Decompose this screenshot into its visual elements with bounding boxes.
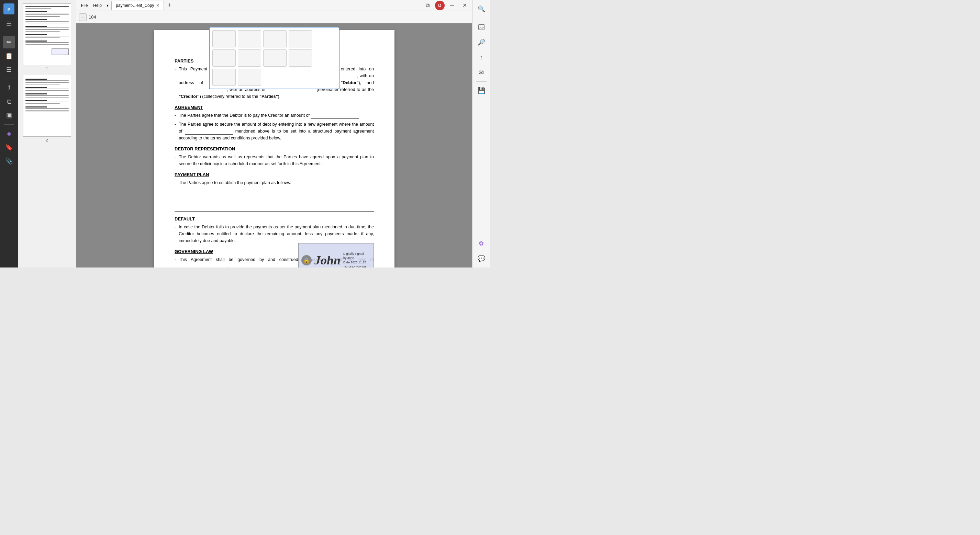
add-tab-button[interactable]: + xyxy=(165,2,173,10)
sig-time: 16:23:45 +08:00 xyxy=(343,265,371,268)
tab-close-button[interactable]: ✕ xyxy=(156,3,159,8)
payment-line-1 xyxy=(175,189,374,195)
top-bar: File Help ▾ payment-...ent_Copy ✕ + ⧉ D … xyxy=(76,0,472,11)
help-menu[interactable]: Help xyxy=(91,3,104,8)
stamp-cell-5[interactable] xyxy=(212,49,236,67)
share-icon[interactable]: ↑ xyxy=(475,51,488,64)
stamp-cell-9[interactable] xyxy=(212,69,236,86)
menu-icon[interactable]: ☰ xyxy=(3,18,15,30)
copy-icon[interactable]: ⧉ xyxy=(3,95,15,108)
agreement-bullet-1: - The Parties agree that the Debtor is t… xyxy=(175,112,374,119)
divider-1 xyxy=(4,33,14,33)
doc-view[interactable]: PAYMENT AGREEMENT PARTIES - This Payment… xyxy=(76,23,472,268)
email-icon[interactable]: ✉ xyxy=(475,66,488,79)
svg-text:P: P xyxy=(8,7,11,12)
search-icon[interactable]: 🔍 xyxy=(475,3,488,15)
payment-amount-blank xyxy=(311,114,359,119)
file-menu[interactable]: File xyxy=(79,3,90,8)
attach-icon[interactable]: 📎 xyxy=(3,155,15,167)
divider-2 xyxy=(4,79,14,79)
save-icon[interactable]: 💾 xyxy=(475,84,488,97)
flower-icon[interactable]: ✿ xyxy=(475,237,488,250)
zoom-control: − 104 xyxy=(79,13,96,21)
right-divider-1 xyxy=(476,18,487,18)
agreement-bullet-2: - The Parties agree to secure the amount… xyxy=(175,121,374,141)
left-sidebar: P ☰ ✏ 📋 ☰ ⤴ ⧉ ▣ ◈ 🔖 📎 xyxy=(0,0,18,268)
stamp-cell-8[interactable] xyxy=(289,49,312,67)
chat-icon[interactable]: 💬 xyxy=(475,252,488,265)
section-heading-payment-plan: PAYMENT PLAN xyxy=(175,172,374,177)
sig-label: Digitally signed by:John xyxy=(343,252,371,260)
thumbnail-panel: 1 2 xyxy=(18,0,76,268)
pages-icon[interactable]: ☰ xyxy=(3,64,15,76)
app-logo: P xyxy=(3,3,15,15)
stamp-cell-2[interactable] xyxy=(238,30,261,48)
thumbnail-img-2 xyxy=(23,75,71,137)
stamp-cell-10[interactable] xyxy=(238,69,261,86)
payment-plan-bullet: - The Parties agree to establish the pay… xyxy=(175,179,374,186)
page-num-2: 2 xyxy=(46,138,48,142)
thumbnail-page-1[interactable]: 1 xyxy=(22,3,73,71)
toolbar-row: − 104 xyxy=(76,11,472,23)
stamp-cell-4[interactable] xyxy=(289,30,312,48)
minimize-icon[interactable]: ─ xyxy=(447,1,457,10)
sig-info: Digitally signed by:John Date:2023.11.15… xyxy=(343,252,371,268)
find-text-icon[interactable]: 🔎 xyxy=(475,36,488,48)
section-heading-debtor-rep: DEBTOR REPRESENTATION xyxy=(175,146,374,151)
stamp-grid-overlay xyxy=(209,27,339,89)
export-icon[interactable]: ⤴ xyxy=(3,82,15,94)
stamp-cell-7[interactable] xyxy=(263,49,286,67)
bookmark-icon[interactable]: 🔖 xyxy=(3,141,15,154)
more-menu[interactable]: ▾ xyxy=(105,3,110,8)
zoom-out-button[interactable]: − xyxy=(79,13,87,21)
top-bar-right: ⧉ D ─ ✕ xyxy=(423,1,469,10)
section-heading-default: DEFAULT xyxy=(175,216,374,221)
stamp-cell-6[interactable] xyxy=(238,49,261,67)
ocr-icon[interactable]: OCR xyxy=(475,21,488,33)
default-bullet: - In case the Debtor fails to provide th… xyxy=(175,224,374,244)
payment-plan-lines xyxy=(175,189,374,211)
window-restore-icon[interactable]: ⧉ xyxy=(423,1,432,10)
payment-line-3 xyxy=(175,205,374,211)
debtor-rep-bullet: - The Debtor warrants as well as represe… xyxy=(175,154,374,167)
parties-term: "Parties" xyxy=(259,94,278,99)
scan-icon[interactable]: ▣ xyxy=(3,109,15,122)
page-num-1: 1 xyxy=(46,67,48,71)
active-tab[interactable]: payment-...ent_Copy ✕ xyxy=(111,1,164,10)
stamp-cell-3[interactable] xyxy=(263,30,286,48)
governing-law-blank xyxy=(179,265,227,268)
stamp-cell-1[interactable] xyxy=(212,30,236,48)
user-avatar[interactable]: D xyxy=(435,1,445,10)
section-heading-agreement: AGREEMENT xyxy=(175,105,374,110)
layers-icon[interactable]: ◈ xyxy=(3,127,15,140)
sig-name: John xyxy=(314,253,340,268)
debt-amount-blank xyxy=(185,130,233,135)
digital-signature-stamp[interactable]: 🔒 John Digitally signed by:John Date:202… xyxy=(298,243,374,268)
svg-text:OCR: OCR xyxy=(478,26,485,29)
zoom-value: 104 xyxy=(89,14,96,19)
thumbnail-img-1 xyxy=(23,3,71,65)
main-area: File Help ▾ payment-...ent_Copy ✕ + ⧉ D … xyxy=(76,0,472,268)
right-divider-2 xyxy=(476,81,487,82)
edit-icon[interactable]: ✏ xyxy=(3,36,15,48)
payment-line-2 xyxy=(175,197,374,203)
thumbnail-page-2[interactable]: 2 xyxy=(22,75,73,142)
right-sidebar: 🔍 OCR 🔎 ↑ ✉ 💾 ✿ 💬 xyxy=(472,0,490,268)
sig-icon: 🔒 xyxy=(301,255,312,265)
divider-3 xyxy=(4,124,14,125)
sig-date: Date:2023.11.15 xyxy=(343,260,371,265)
creditor-term: "Creditor" xyxy=(179,94,199,99)
annotate-icon[interactable]: 📋 xyxy=(3,50,15,62)
close-window-icon[interactable]: ✕ xyxy=(460,1,469,10)
tab-label: payment-...ent_Copy xyxy=(116,3,154,8)
debtor-term: "Debtor" xyxy=(340,80,358,85)
